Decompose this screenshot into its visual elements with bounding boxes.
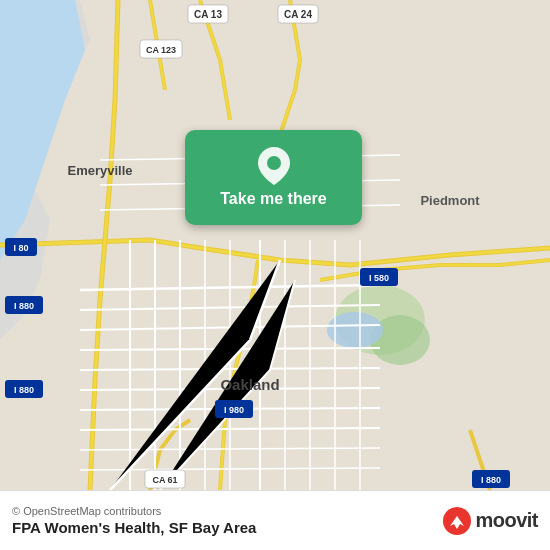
svg-text:CA 24: CA 24	[284, 9, 312, 20]
svg-text:CA 123: CA 123	[146, 45, 176, 55]
moovit-brand-label: moovit	[475, 509, 538, 532]
svg-text:Emeryville: Emeryville	[67, 163, 132, 178]
svg-point-51	[267, 156, 281, 170]
bottom-bar: © OpenStreetMap contributors FPA Women's…	[0, 490, 550, 550]
svg-text:I 880: I 880	[481, 475, 501, 485]
svg-text:CA 13: CA 13	[194, 9, 222, 20]
svg-text:CA 61: CA 61	[152, 475, 177, 485]
svg-text:Oakland: Oakland	[220, 376, 279, 393]
map-container: CA 13 CA 24 CA 123 I 80 I 880 I 880 I 98…	[0, 0, 550, 490]
take-me-there-button[interactable]: Take me there	[185, 130, 362, 225]
location-pin-icon	[255, 147, 293, 185]
bottom-info: © OpenStreetMap contributors FPA Women's…	[12, 505, 256, 536]
take-me-there-label: Take me there	[220, 190, 326, 208]
map-attribution: © OpenStreetMap contributors	[12, 505, 246, 517]
svg-rect-1	[0, 0, 550, 490]
moovit-brand-icon	[443, 507, 471, 535]
svg-text:I 980: I 980	[224, 405, 244, 415]
place-name-label: FPA Women's Health, SF Bay Area	[12, 519, 256, 536]
svg-text:Piedmont: Piedmont	[420, 193, 480, 208]
svg-text:I 880: I 880	[14, 385, 34, 395]
moovit-logo: moovit	[443, 507, 538, 535]
svg-text:I 580: I 580	[369, 273, 389, 283]
svg-text:I 80: I 80	[13, 243, 28, 253]
svg-text:I 880: I 880	[14, 301, 34, 311]
